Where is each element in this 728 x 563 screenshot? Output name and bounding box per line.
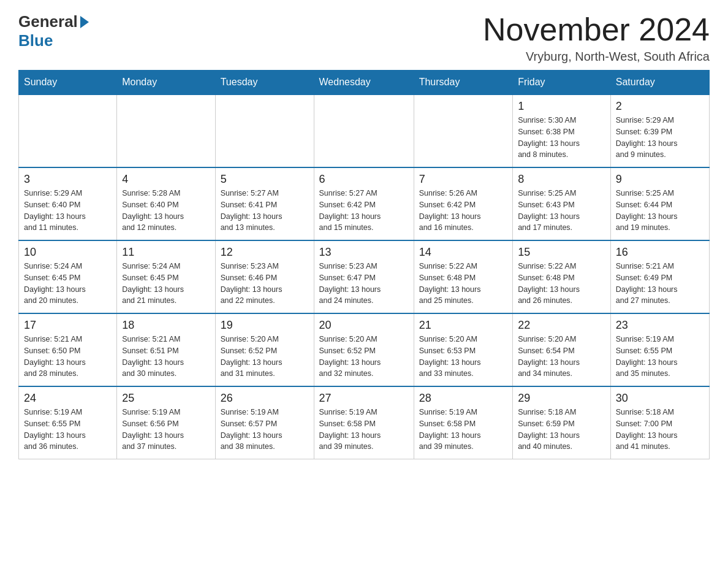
day-number: 27 bbox=[319, 392, 409, 405]
day-info: Sunrise: 5:19 AMSunset: 6:58 PMDaylight:… bbox=[319, 407, 409, 453]
day-number: 4 bbox=[122, 173, 210, 186]
day-number: 2 bbox=[616, 100, 704, 113]
calendar-cell: 30Sunrise: 5:18 AMSunset: 7:00 PMDayligh… bbox=[610, 386, 709, 459]
calendar-table: SundayMondayTuesdayWednesdayThursdayFrid… bbox=[18, 70, 710, 459]
day-info: Sunrise: 5:19 AMSunset: 6:56 PMDaylight:… bbox=[122, 407, 210, 453]
day-number: 15 bbox=[518, 246, 605, 259]
day-info: Sunrise: 5:24 AMSunset: 6:45 PMDaylight:… bbox=[122, 261, 210, 307]
day-number: 19 bbox=[221, 319, 309, 332]
week-row-1: 1Sunrise: 5:30 AMSunset: 6:38 PMDaylight… bbox=[19, 94, 710, 167]
calendar-cell: 14Sunrise: 5:22 AMSunset: 6:48 PMDayligh… bbox=[414, 240, 512, 313]
logo-blue-text: Blue bbox=[18, 31, 53, 50]
calendar-cell: 20Sunrise: 5:20 AMSunset: 6:52 PMDayligh… bbox=[314, 313, 414, 386]
calendar-cell: 16Sunrise: 5:21 AMSunset: 6:49 PMDayligh… bbox=[610, 240, 709, 313]
day-number: 20 bbox=[319, 319, 409, 332]
day-info: Sunrise: 5:28 AMSunset: 6:40 PMDaylight:… bbox=[122, 188, 210, 234]
calendar-cell: 12Sunrise: 5:23 AMSunset: 6:46 PMDayligh… bbox=[215, 240, 314, 313]
day-info: Sunrise: 5:27 AMSunset: 6:42 PMDaylight:… bbox=[319, 188, 409, 234]
logo-arrow-icon bbox=[80, 16, 89, 28]
calendar-cell: 15Sunrise: 5:22 AMSunset: 6:48 PMDayligh… bbox=[513, 240, 611, 313]
title-area: November 2024 Vryburg, North-West, South… bbox=[483, 12, 710, 64]
day-info: Sunrise: 5:20 AMSunset: 6:52 PMDaylight:… bbox=[221, 334, 309, 380]
day-info: Sunrise: 5:29 AMSunset: 6:39 PMDaylight:… bbox=[616, 115, 704, 161]
day-number: 11 bbox=[122, 246, 210, 259]
day-info: Sunrise: 5:24 AMSunset: 6:45 PMDaylight:… bbox=[24, 261, 112, 307]
day-number: 13 bbox=[319, 246, 409, 259]
calendar-cell bbox=[19, 94, 117, 167]
week-row-3: 10Sunrise: 5:24 AMSunset: 6:45 PMDayligh… bbox=[19, 240, 710, 313]
calendar-cell: 5Sunrise: 5:27 AMSunset: 6:41 PMDaylight… bbox=[215, 167, 314, 240]
calendar-cell: 19Sunrise: 5:20 AMSunset: 6:52 PMDayligh… bbox=[215, 313, 314, 386]
day-info: Sunrise: 5:26 AMSunset: 6:42 PMDaylight:… bbox=[419, 188, 507, 234]
day-info: Sunrise: 5:18 AMSunset: 7:00 PMDaylight:… bbox=[616, 407, 704, 453]
day-number: 3 bbox=[24, 173, 112, 186]
day-number: 18 bbox=[122, 319, 210, 332]
day-info: Sunrise: 5:21 AMSunset: 6:49 PMDaylight:… bbox=[616, 261, 704, 307]
weekday-header-wednesday: Wednesday bbox=[314, 71, 414, 95]
day-info: Sunrise: 5:20 AMSunset: 6:54 PMDaylight:… bbox=[518, 334, 605, 380]
week-row-5: 24Sunrise: 5:19 AMSunset: 6:55 PMDayligh… bbox=[19, 386, 710, 459]
day-info: Sunrise: 5:19 AMSunset: 6:57 PMDaylight:… bbox=[221, 407, 309, 453]
day-info: Sunrise: 5:20 AMSunset: 6:52 PMDaylight:… bbox=[319, 334, 409, 380]
calendar-cell: 27Sunrise: 5:19 AMSunset: 6:58 PMDayligh… bbox=[314, 386, 414, 459]
day-info: Sunrise: 5:23 AMSunset: 6:46 PMDaylight:… bbox=[221, 261, 309, 307]
calendar-cell bbox=[215, 94, 314, 167]
logo: General Blue bbox=[18, 12, 89, 50]
calendar-cell: 7Sunrise: 5:26 AMSunset: 6:42 PMDaylight… bbox=[414, 167, 512, 240]
week-row-2: 3Sunrise: 5:29 AMSunset: 6:40 PMDaylight… bbox=[19, 167, 710, 240]
month-title: November 2024 bbox=[483, 12, 710, 47]
calendar-cell: 28Sunrise: 5:19 AMSunset: 6:58 PMDayligh… bbox=[414, 386, 512, 459]
calendar-cell: 8Sunrise: 5:25 AMSunset: 6:43 PMDaylight… bbox=[513, 167, 611, 240]
day-info: Sunrise: 5:27 AMSunset: 6:41 PMDaylight:… bbox=[221, 188, 309, 234]
logo-general-text: General bbox=[18, 12, 78, 31]
weekday-header-thursday: Thursday bbox=[414, 71, 512, 95]
calendar-cell: 21Sunrise: 5:20 AMSunset: 6:53 PMDayligh… bbox=[414, 313, 512, 386]
weekday-header-friday: Friday bbox=[513, 71, 611, 95]
location-subtitle: Vryburg, North-West, South Africa bbox=[483, 50, 710, 64]
day-number: 6 bbox=[319, 173, 409, 186]
calendar-cell: 3Sunrise: 5:29 AMSunset: 6:40 PMDaylight… bbox=[19, 167, 117, 240]
weekday-header-monday: Monday bbox=[117, 71, 215, 95]
day-number: 22 bbox=[518, 319, 605, 332]
day-info: Sunrise: 5:22 AMSunset: 6:48 PMDaylight:… bbox=[518, 261, 605, 307]
calendar-cell: 25Sunrise: 5:19 AMSunset: 6:56 PMDayligh… bbox=[117, 386, 215, 459]
calendar-cell: 18Sunrise: 5:21 AMSunset: 6:51 PMDayligh… bbox=[117, 313, 215, 386]
day-info: Sunrise: 5:21 AMSunset: 6:50 PMDaylight:… bbox=[24, 334, 112, 380]
day-info: Sunrise: 5:18 AMSunset: 6:59 PMDaylight:… bbox=[518, 407, 605, 453]
weekday-header-tuesday: Tuesday bbox=[215, 71, 314, 95]
day-number: 1 bbox=[518, 100, 605, 113]
calendar-cell: 24Sunrise: 5:19 AMSunset: 6:55 PMDayligh… bbox=[19, 386, 117, 459]
day-number: 14 bbox=[419, 246, 507, 259]
day-info: Sunrise: 5:19 AMSunset: 6:55 PMDaylight:… bbox=[616, 334, 704, 380]
calendar-cell: 26Sunrise: 5:19 AMSunset: 6:57 PMDayligh… bbox=[215, 386, 314, 459]
calendar-cell: 10Sunrise: 5:24 AMSunset: 6:45 PMDayligh… bbox=[19, 240, 117, 313]
day-info: Sunrise: 5:19 AMSunset: 6:58 PMDaylight:… bbox=[419, 407, 507, 453]
calendar-cell: 9Sunrise: 5:25 AMSunset: 6:44 PMDaylight… bbox=[610, 167, 709, 240]
day-info: Sunrise: 5:25 AMSunset: 6:43 PMDaylight:… bbox=[518, 188, 605, 234]
day-number: 25 bbox=[122, 392, 210, 405]
day-info: Sunrise: 5:19 AMSunset: 6:55 PMDaylight:… bbox=[24, 407, 112, 453]
day-number: 8 bbox=[518, 173, 605, 186]
day-number: 28 bbox=[419, 392, 507, 405]
calendar-cell: 13Sunrise: 5:23 AMSunset: 6:47 PMDayligh… bbox=[314, 240, 414, 313]
day-number: 29 bbox=[518, 392, 605, 405]
day-info: Sunrise: 5:29 AMSunset: 6:40 PMDaylight:… bbox=[24, 188, 112, 234]
calendar-cell: 4Sunrise: 5:28 AMSunset: 6:40 PMDaylight… bbox=[117, 167, 215, 240]
day-number: 30 bbox=[616, 392, 704, 405]
weekday-header-row: SundayMondayTuesdayWednesdayThursdayFrid… bbox=[19, 71, 710, 95]
calendar-cell: 22Sunrise: 5:20 AMSunset: 6:54 PMDayligh… bbox=[513, 313, 611, 386]
day-number: 24 bbox=[24, 392, 112, 405]
calendar-cell: 17Sunrise: 5:21 AMSunset: 6:50 PMDayligh… bbox=[19, 313, 117, 386]
day-number: 10 bbox=[24, 246, 112, 259]
day-number: 12 bbox=[221, 246, 309, 259]
week-row-4: 17Sunrise: 5:21 AMSunset: 6:50 PMDayligh… bbox=[19, 313, 710, 386]
day-number: 26 bbox=[221, 392, 309, 405]
calendar-cell: 29Sunrise: 5:18 AMSunset: 6:59 PMDayligh… bbox=[513, 386, 611, 459]
weekday-header-sunday: Sunday bbox=[19, 71, 117, 95]
day-info: Sunrise: 5:20 AMSunset: 6:53 PMDaylight:… bbox=[419, 334, 507, 380]
day-number: 21 bbox=[419, 319, 507, 332]
day-number: 7 bbox=[419, 173, 507, 186]
day-number: 5 bbox=[221, 173, 309, 186]
day-number: 23 bbox=[616, 319, 704, 332]
calendar-cell: 11Sunrise: 5:24 AMSunset: 6:45 PMDayligh… bbox=[117, 240, 215, 313]
